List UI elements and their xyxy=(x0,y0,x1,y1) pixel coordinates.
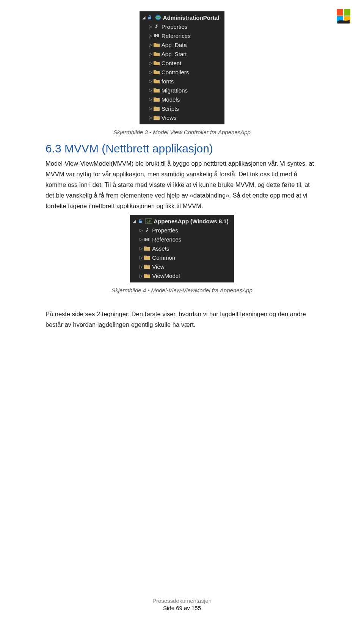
tree-item-label: Scripts xyxy=(162,105,179,112)
svg-rect-24 xyxy=(146,239,147,240)
svg-rect-13 xyxy=(154,70,156,71)
svg-rect-0 xyxy=(337,9,343,16)
tree-item-label: Common xyxy=(152,254,175,261)
svg-rect-4 xyxy=(148,17,151,19)
svg-rect-19 xyxy=(139,221,142,223)
expand-arrow-icon[interactable]: ▷ xyxy=(148,33,153,38)
expand-arrow-icon[interactable]: ▷ xyxy=(138,246,144,251)
csharp-project-icon: C# xyxy=(145,218,152,224)
tree-item-label: App_Start xyxy=(162,51,187,57)
svg-rect-23 xyxy=(147,238,149,241)
expand-arrow-icon[interactable]: ◢ xyxy=(141,15,146,20)
tree-item-label: Models xyxy=(162,96,180,103)
tree-item-label: Controllers xyxy=(162,69,189,75)
expand-arrow-icon[interactable]: ▷ xyxy=(148,106,153,111)
expand-arrow-icon[interactable]: ◢ xyxy=(132,219,137,224)
svg-rect-22 xyxy=(144,238,146,241)
svg-rect-9 xyxy=(156,35,157,36)
folder-icon xyxy=(153,69,160,75)
section-heading: 6.3 MVVM (Nettbrett applikasjon) xyxy=(46,142,318,155)
expand-arrow-icon[interactable]: ▷ xyxy=(148,61,153,66)
tree-item[interactable]: ▷Models xyxy=(141,95,219,104)
svg-rect-14 xyxy=(154,79,156,80)
expand-arrow-icon[interactable]: ▷ xyxy=(148,70,153,75)
tree-item[interactable]: ▷View xyxy=(132,262,228,271)
windows-store-logo xyxy=(336,8,351,24)
tree-item[interactable]: ▷App_Start xyxy=(141,49,219,58)
figure-caption-1: Skjermbilde 3 - Model View Controller fr… xyxy=(46,129,318,135)
folder-icon xyxy=(153,78,160,84)
tree-item-label: View xyxy=(152,264,164,270)
expand-arrow-icon[interactable]: ▷ xyxy=(138,264,144,269)
folder-icon xyxy=(153,60,160,66)
tree-item-label: Migrations xyxy=(162,87,188,94)
folder-icon xyxy=(144,255,151,260)
references-icon xyxy=(144,237,151,242)
folder-icon xyxy=(153,115,160,120)
expand-arrow-icon[interactable]: ▷ xyxy=(138,228,144,233)
tree-item-label: Assets xyxy=(152,245,169,252)
figure-caption-2: Skjermbilde 4 - Model-View-ViewModel fra… xyxy=(46,287,318,293)
lock-icon xyxy=(146,15,153,20)
svg-rect-15 xyxy=(154,88,156,89)
folder-icon xyxy=(144,246,151,251)
expand-arrow-icon[interactable]: ▷ xyxy=(148,115,153,120)
svg-rect-28 xyxy=(144,274,146,274)
expand-arrow-icon[interactable]: ▷ xyxy=(138,255,144,260)
svg-rect-7 xyxy=(154,34,156,37)
tree-item-label: Views xyxy=(162,115,177,121)
tree-root-label: AppenesApp (Windows 8.1) xyxy=(154,218,228,224)
body-paragraph-2: På neste side ses 2 tegninger: Den først… xyxy=(46,309,318,330)
expand-arrow-icon[interactable]: ▷ xyxy=(148,42,153,47)
tree-item[interactable]: ▷Properties xyxy=(132,226,228,235)
tree-item-label: fonts xyxy=(162,78,174,85)
svg-text:C#: C# xyxy=(147,220,151,223)
tree-item[interactable]: ▷fonts xyxy=(141,77,219,86)
folder-icon xyxy=(153,51,160,56)
globe-icon xyxy=(155,14,162,20)
svg-rect-26 xyxy=(144,256,146,256)
tree-item[interactable]: ▷Controllers xyxy=(141,67,219,77)
expand-arrow-icon[interactable]: ▷ xyxy=(138,237,144,242)
tree-item[interactable]: ▷ViewModel xyxy=(132,271,228,280)
tree-item[interactable]: ▷Content xyxy=(141,58,219,67)
tree-item-label: App_Data xyxy=(162,42,187,48)
svg-rect-17 xyxy=(154,107,156,107)
tree-item[interactable]: ▷Migrations xyxy=(141,86,219,95)
page-footer: Prosessdokumentasjon Side 69 av 155 xyxy=(0,598,364,611)
expand-arrow-icon[interactable]: ▷ xyxy=(148,88,153,93)
svg-rect-10 xyxy=(154,43,156,44)
references-icon xyxy=(153,33,160,38)
tree-item-label: References xyxy=(162,33,191,39)
folder-icon xyxy=(153,88,160,93)
expand-arrow-icon[interactable]: ▷ xyxy=(148,52,153,56)
svg-rect-12 xyxy=(154,61,156,62)
tree-item[interactable]: ▷References xyxy=(141,31,219,40)
tree-item-label: References xyxy=(152,236,181,243)
folder-icon xyxy=(153,106,160,111)
svg-rect-1 xyxy=(344,9,350,16)
svg-rect-18 xyxy=(154,116,156,116)
tree-item[interactable]: ▷Assets xyxy=(132,244,228,253)
tree-item[interactable]: ▷Views xyxy=(141,113,219,122)
tree-root[interactable]: ◢AdministrationPortal xyxy=(141,13,219,22)
expand-arrow-icon[interactable]: ▷ xyxy=(148,24,153,29)
tree-item-label: Properties xyxy=(152,227,178,234)
tree-item[interactable]: ▷Scripts xyxy=(141,104,219,113)
tree-item[interactable]: ▷Common xyxy=(132,253,228,262)
tree-item[interactable]: ▷Properties xyxy=(141,22,219,31)
tree-item[interactable]: ▷References xyxy=(132,235,228,244)
tree-item-label: ViewModel xyxy=(152,273,180,279)
svg-rect-25 xyxy=(144,246,146,247)
svg-rect-11 xyxy=(154,52,156,53)
solution-explorer-tree-2: ◢C#AppenesApp (Windows 8.1)▷Properties▷R… xyxy=(130,215,234,282)
expand-arrow-icon[interactable]: ▷ xyxy=(148,97,153,102)
tree-item-label: Content xyxy=(162,60,182,66)
tree-root[interactable]: ◢C#AppenesApp (Windows 8.1) xyxy=(132,216,228,226)
tree-item[interactable]: ▷App_Data xyxy=(141,40,219,49)
tree-item-label: Properties xyxy=(162,24,187,30)
footer-doc-title: Prosessdokumentasjon xyxy=(0,598,364,604)
expand-arrow-icon[interactable]: ▷ xyxy=(148,79,153,84)
expand-arrow-icon[interactable]: ▷ xyxy=(138,273,144,278)
footer-page-number: Side 69 av 155 xyxy=(0,605,364,611)
